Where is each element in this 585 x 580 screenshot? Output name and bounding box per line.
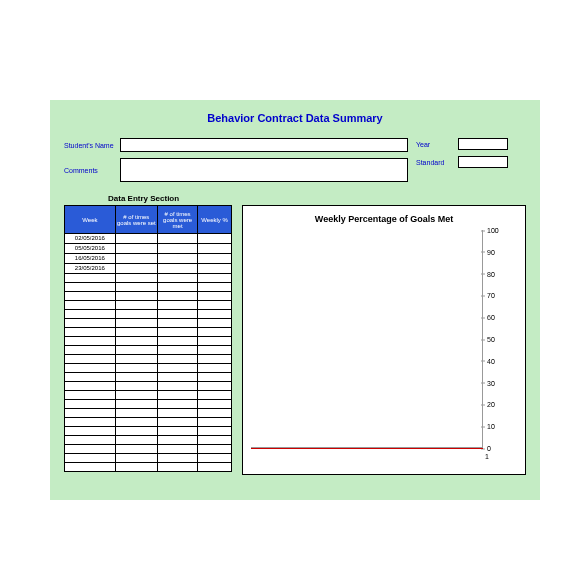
cell-set[interactable] <box>115 364 157 373</box>
cell-pct[interactable] <box>198 418 232 427</box>
cell-week[interactable] <box>65 310 116 319</box>
cell-pct[interactable] <box>198 292 232 301</box>
cell-met[interactable] <box>157 382 197 391</box>
cell-set[interactable] <box>115 418 157 427</box>
cell-pct[interactable] <box>198 310 232 319</box>
cell-met[interactable] <box>157 445 197 454</box>
cell-pct[interactable] <box>198 454 232 463</box>
cell-met[interactable] <box>157 409 197 418</box>
cell-met[interactable] <box>157 373 197 382</box>
cell-met[interactable] <box>157 319 197 328</box>
cell-set[interactable] <box>115 427 157 436</box>
cell-set[interactable] <box>115 274 157 283</box>
cell-pct[interactable] <box>198 427 232 436</box>
cell-met[interactable] <box>157 283 197 292</box>
cell-pct[interactable] <box>198 436 232 445</box>
cell-pct[interactable] <box>198 463 232 472</box>
cell-pct[interactable] <box>198 364 232 373</box>
cell-pct[interactable] <box>198 301 232 310</box>
cell-week[interactable] <box>65 445 116 454</box>
cell-week[interactable] <box>65 337 116 346</box>
cell-set[interactable] <box>115 409 157 418</box>
cell-week[interactable]: 05/05/2016 <box>65 244 116 254</box>
cell-pct[interactable] <box>198 319 232 328</box>
cell-set[interactable] <box>115 454 157 463</box>
cell-set[interactable] <box>115 337 157 346</box>
cell-pct[interactable] <box>198 234 232 244</box>
cell-met[interactable] <box>157 337 197 346</box>
cell-week[interactable] <box>65 346 116 355</box>
cell-pct[interactable] <box>198 391 232 400</box>
cell-week[interactable] <box>65 454 116 463</box>
cell-pct[interactable] <box>198 373 232 382</box>
cell-week[interactable] <box>65 274 116 283</box>
cell-week[interactable] <box>65 328 116 337</box>
cell-week[interactable]: 16/05/2016 <box>65 254 116 264</box>
cell-set[interactable] <box>115 301 157 310</box>
cell-week[interactable] <box>65 292 116 301</box>
cell-week[interactable] <box>65 409 116 418</box>
cell-pct[interactable] <box>198 346 232 355</box>
cell-set[interactable] <box>115 382 157 391</box>
cell-met[interactable] <box>157 346 197 355</box>
cell-met[interactable] <box>157 463 197 472</box>
cell-set[interactable] <box>115 355 157 364</box>
cell-week[interactable] <box>65 418 116 427</box>
cell-pct[interactable] <box>198 382 232 391</box>
cell-week[interactable]: 02/05/2016 <box>65 234 116 244</box>
cell-pct[interactable] <box>198 337 232 346</box>
cell-week[interactable] <box>65 463 116 472</box>
cell-week[interactable] <box>65 400 116 409</box>
cell-met[interactable] <box>157 328 197 337</box>
cell-met[interactable] <box>157 355 197 364</box>
cell-pct[interactable] <box>198 244 232 254</box>
year-input[interactable] <box>458 138 508 150</box>
cell-set[interactable] <box>115 292 157 301</box>
cell-met[interactable] <box>157 364 197 373</box>
standard-input[interactable] <box>458 156 508 168</box>
cell-met[interactable] <box>157 391 197 400</box>
cell-set[interactable] <box>115 244 157 254</box>
cell-week[interactable] <box>65 427 116 436</box>
cell-set[interactable] <box>115 319 157 328</box>
cell-pct[interactable] <box>198 328 232 337</box>
cell-pct[interactable] <box>198 355 232 364</box>
cell-met[interactable] <box>157 454 197 463</box>
cell-pct[interactable] <box>198 400 232 409</box>
cell-week[interactable] <box>65 436 116 445</box>
cell-week[interactable] <box>65 355 116 364</box>
cell-set[interactable] <box>115 264 157 274</box>
cell-set[interactable] <box>115 234 157 244</box>
cell-set[interactable] <box>115 373 157 382</box>
cell-week[interactable] <box>65 391 116 400</box>
cell-set[interactable] <box>115 445 157 454</box>
cell-met[interactable] <box>157 234 197 244</box>
cell-set[interactable] <box>115 400 157 409</box>
cell-pct[interactable] <box>198 264 232 274</box>
cell-met[interactable] <box>157 274 197 283</box>
cell-week[interactable]: 23/05/2016 <box>65 264 116 274</box>
cell-set[interactable] <box>115 254 157 264</box>
cell-set[interactable] <box>115 391 157 400</box>
cell-met[interactable] <box>157 254 197 264</box>
cell-week[interactable] <box>65 319 116 328</box>
cell-set[interactable] <box>115 346 157 355</box>
cell-week[interactable] <box>65 382 116 391</box>
cell-met[interactable] <box>157 292 197 301</box>
cell-pct[interactable] <box>198 254 232 264</box>
cell-week[interactable] <box>65 373 116 382</box>
cell-pct[interactable] <box>198 409 232 418</box>
cell-pct[interactable] <box>198 274 232 283</box>
student-name-input[interactable] <box>120 138 408 152</box>
cell-pct[interactable] <box>198 283 232 292</box>
cell-set[interactable] <box>115 463 157 472</box>
cell-met[interactable] <box>157 418 197 427</box>
cell-set[interactable] <box>115 328 157 337</box>
cell-met[interactable] <box>157 427 197 436</box>
cell-week[interactable] <box>65 283 116 292</box>
cell-set[interactable] <box>115 436 157 445</box>
cell-pct[interactable] <box>198 445 232 454</box>
cell-met[interactable] <box>157 436 197 445</box>
cell-met[interactable] <box>157 400 197 409</box>
comments-input[interactable] <box>120 158 408 182</box>
